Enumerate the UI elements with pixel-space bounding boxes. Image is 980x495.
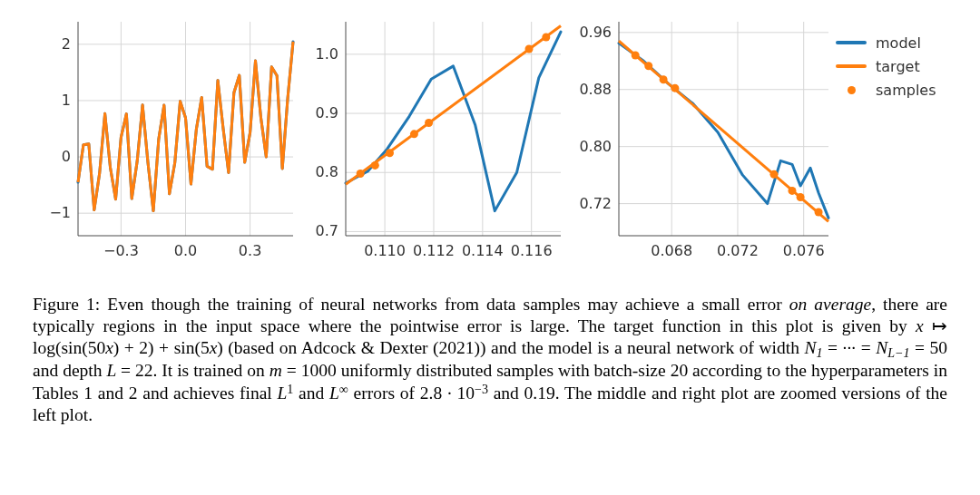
chart-right: 0.720.800.880.960.0680.0720.076 [568, 9, 836, 272]
caption-text: errors of [348, 383, 420, 403]
legend-swatch-target [836, 64, 867, 68]
svg-text:0.8: 0.8 [316, 163, 338, 180]
figure-row: −1012−0.30.00.3 0.70.80.91.00.1100.1120.… [33, 9, 947, 272]
caption-depth: L = 22 [106, 361, 152, 380]
svg-text:0: 0 [62, 148, 71, 165]
legend: model target samples [836, 9, 945, 102]
svg-point-59 [660, 75, 668, 83]
svg-point-57 [632, 51, 640, 59]
caption-text: and depth [33, 361, 106, 380]
svg-text:0.88: 0.88 [579, 81, 612, 98]
svg-point-58 [644, 62, 652, 70]
chart-left: −1012−0.30.00.3 [33, 9, 300, 272]
svg-text:2: 2 [62, 35, 71, 53]
svg-text:0.7: 0.7 [316, 222, 338, 239]
caption-width: N1 = ··· = NL−1 = 50 [804, 338, 947, 357]
svg-text:0.72: 0.72 [579, 195, 612, 212]
svg-point-35 [371, 161, 379, 170]
legend-label: target [876, 58, 920, 75]
svg-text:−0.3: −0.3 [103, 242, 139, 259]
caption-text: and [293, 383, 329, 403]
svg-text:1: 1 [62, 92, 71, 109]
legend-label: model [876, 34, 921, 52]
svg-text:0.112: 0.112 [413, 242, 455, 259]
svg-text:0.076: 0.076 [783, 242, 825, 259]
caption-m: m = 1000 [270, 361, 337, 380]
chart-middle: 0.70.80.91.00.1100.1120.1140.116 [300, 9, 568, 272]
svg-point-34 [357, 170, 365, 178]
svg-point-61 [769, 170, 778, 179]
svg-text:0.114: 0.114 [462, 242, 504, 259]
legend-row-samples: samples [836, 78, 945, 102]
svg-text:0.110: 0.110 [364, 242, 406, 259]
legend-swatch-samples [836, 84, 867, 95]
svg-point-40 [542, 33, 550, 41]
svg-text:0.116: 0.116 [511, 242, 553, 259]
legend-label: samples [876, 82, 936, 99]
svg-point-62 [788, 187, 796, 195]
caption-text: (based on Adcock & Dexter (2021)) and th… [223, 338, 805, 357]
legend-swatch-model [836, 41, 867, 44]
caption-Linf: L∞ [329, 383, 348, 403]
svg-text:0.96: 0.96 [579, 24, 612, 41]
svg-text:0.80: 0.80 [579, 138, 612, 155]
page-root: −1012−0.30.00.3 0.70.80.91.00.1100.1120.… [0, 0, 980, 495]
caption-emph: on average [789, 295, 871, 314]
caption-errors: 2.8 · 10−3 and 0.19 [420, 383, 555, 403]
svg-point-37 [410, 130, 418, 138]
legend-row-model: model [836, 31, 945, 54]
svg-text:0.072: 0.072 [717, 242, 759, 259]
svg-point-36 [386, 149, 394, 157]
svg-point-63 [797, 193, 805, 201]
caption-text: Figure 1: Even though the training of ne… [33, 295, 789, 314]
svg-point-39 [524, 44, 533, 53]
figure-caption: Figure 1: Even though the training of ne… [33, 294, 947, 426]
caption-L1: L1 [277, 383, 293, 403]
svg-point-60 [671, 84, 679, 92]
svg-text:0.0: 0.0 [174, 242, 197, 259]
svg-point-38 [425, 119, 433, 127]
caption-text: . It is trained on [152, 361, 269, 380]
svg-text:0.3: 0.3 [239, 242, 261, 259]
svg-point-64 [815, 209, 823, 217]
legend-row-target: target [836, 54, 945, 78]
svg-text:−1: −1 [49, 204, 71, 221]
svg-text:1.0: 1.0 [316, 45, 338, 63]
svg-text:0.068: 0.068 [651, 242, 692, 259]
svg-text:0.9: 0.9 [316, 104, 338, 121]
